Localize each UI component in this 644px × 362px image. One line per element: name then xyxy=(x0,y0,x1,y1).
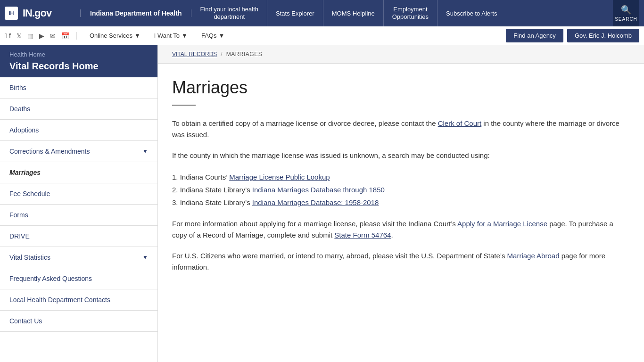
indiana-logo-icon: IH xyxy=(5,7,18,20)
sidebar-nav: Births Deaths Adoptions Corrections & Am… xyxy=(0,77,157,332)
nav-moms-helpline[interactable]: MOMS Helpline xyxy=(323,0,384,26)
gov-button[interactable]: Gov. Eric J. Holcomb xyxy=(567,29,639,42)
paragraph-1: To obtain a certified copy of a marriage… xyxy=(172,118,630,140)
i-want-to-menu[interactable]: I Want To ▼ xyxy=(149,29,193,42)
nav-stats-explorer[interactable]: Stats Explorer xyxy=(267,0,323,26)
online-services-menu[interactable]: Online Services ▼ xyxy=(84,29,146,42)
breadcrumb-current: MARRIAGES xyxy=(226,51,263,58)
chevron-down-icon: ▼ xyxy=(142,254,148,261)
page-title: Marriages xyxy=(172,78,630,98)
sidebar-vital-records-home[interactable]: Vital Records Home xyxy=(9,61,148,72)
youtube-icon[interactable]: ▶ xyxy=(39,32,44,40)
title-divider xyxy=(172,105,196,106)
sidebar-item-contact-us[interactable]: Contact Us xyxy=(0,311,157,332)
top-nav-links: Find your local health department Stats … xyxy=(191,0,613,26)
twitter-icon[interactable]: 𝕏 xyxy=(17,32,22,40)
sidebar-health-home[interactable]: Health Home xyxy=(9,51,148,58)
faqs-menu[interactable]: FAQs ▼ xyxy=(196,29,230,42)
paragraph-2: If the county in which the marriage lice… xyxy=(172,150,630,161)
content-body: Marriages To obtain a certified copy of … xyxy=(158,64,644,301)
email-icon[interactable]: ✉ xyxy=(50,32,56,40)
indiana-marriages-1958-link[interactable]: Indiana Marriages Database: 1958-2018 xyxy=(252,198,379,206)
breadcrumb-separator: / xyxy=(221,51,222,58)
chevron-down-icon: ▼ xyxy=(218,32,224,39)
nav-employment[interactable]: Employment Opportunities xyxy=(384,0,438,26)
sidebar-item-drive[interactable]: DRIVE xyxy=(0,226,157,247)
chevron-down-icon: ▼ xyxy=(134,32,140,39)
apply-marriage-license-link[interactable]: Apply for a Marriage License xyxy=(457,220,547,228)
sidebar-item-adoptions[interactable]: Adoptions xyxy=(0,120,157,141)
dept-name[interactable]: Indiana Department of Health xyxy=(80,9,191,17)
content-area: VITAL RECORDS / MARRIAGES Marriages To o… xyxy=(158,45,644,362)
social-icons:  f 𝕏 ▦ ▶ ✉ 📅 xyxy=(5,32,77,40)
sidebar-item-forms[interactable]: Forms xyxy=(0,205,157,226)
instagram-icon[interactable]: ▦ xyxy=(27,32,33,40)
indiana-marriages-1850-link[interactable]: Indiana Marriages Database through 1850 xyxy=(252,186,385,194)
sidebar-item-deaths[interactable]: Deaths xyxy=(0,99,157,120)
chevron-down-icon: ▼ xyxy=(182,32,188,39)
search-icon: 🔍 xyxy=(621,5,631,15)
sidebar-item-births[interactable]: Births xyxy=(0,77,157,99)
nav-find-local[interactable]: Find your local health department xyxy=(191,0,267,26)
calendar-icon[interactable]: 📅 xyxy=(61,32,69,40)
nav-menu: Online Services ▼ I Want To ▼ FAQs ▼ xyxy=(77,29,506,42)
paragraph-4: For U.S. Citizens who were married, or i… xyxy=(172,250,630,273)
clerk-of-court-link[interactable]: Clerk of Court xyxy=(438,119,482,127)
second-bar:  f 𝕏 ▦ ▶ ✉ 📅 Online Services ▼ I Want T… xyxy=(0,26,644,45)
main-container: Health Home Vital Records Home Births De… xyxy=(0,45,644,362)
sidebar-item-vital-statistics[interactable]: Vital Statistics ▼ xyxy=(0,247,157,268)
sidebar-item-fee-schedule[interactable]: Fee Schedule xyxy=(0,183,157,205)
lookup-list: 1. Indiana Courts’ Marriage License Publ… xyxy=(172,171,630,209)
breadcrumb-vital-records[interactable]: VITAL RECORDS xyxy=(172,51,217,58)
sidebar-item-marriages[interactable]: Marriages xyxy=(0,162,157,183)
logo-area: IH IN.gov xyxy=(5,7,80,20)
sidebar-item-local-health[interactable]: Local Health Department Contacts xyxy=(0,289,157,311)
search-label: SEARCH xyxy=(615,16,637,22)
breadcrumb: VITAL RECORDS / MARRIAGES xyxy=(158,45,644,64)
paragraph-3: For more information about applying for … xyxy=(172,218,630,241)
marriage-license-lookup-link[interactable]: Marriage License Public Lookup xyxy=(229,173,330,181)
list-item: 2. Indiana State Library’s Indiana Marri… xyxy=(172,183,630,196)
sidebar-item-faq[interactable]: Frequently Asked Questions xyxy=(0,268,157,289)
facebook-icon[interactable]:  f xyxy=(5,32,11,40)
state-form-link[interactable]: State Form 54764 xyxy=(334,231,391,239)
nav-right-buttons: Find an Agency Gov. Eric J. Holcomb xyxy=(506,29,639,42)
top-bar: IH IN.gov Indiana Department of Health F… xyxy=(0,0,644,26)
chevron-down-icon: ▼ xyxy=(142,148,148,155)
sidebar: Health Home Vital Records Home Births De… xyxy=(0,45,158,362)
search-button[interactable]: 🔍 SEARCH xyxy=(613,0,639,26)
nav-subscribe[interactable]: Subscribe to Alerts xyxy=(438,0,505,26)
sidebar-header: Health Home Vital Records Home xyxy=(0,45,157,77)
find-agency-button[interactable]: Find an Agency xyxy=(506,29,563,42)
list-item: 1. Indiana Courts’ Marriage License Publ… xyxy=(172,171,630,183)
ingov-logo[interactable]: IN.gov xyxy=(23,7,51,19)
marriage-abroad-link[interactable]: Marriage Abroad xyxy=(507,252,560,260)
sidebar-item-corrections[interactable]: Corrections & Amendments ▼ xyxy=(0,141,157,162)
list-item: 3. Indiana State Library’s Indiana Marri… xyxy=(172,196,630,209)
